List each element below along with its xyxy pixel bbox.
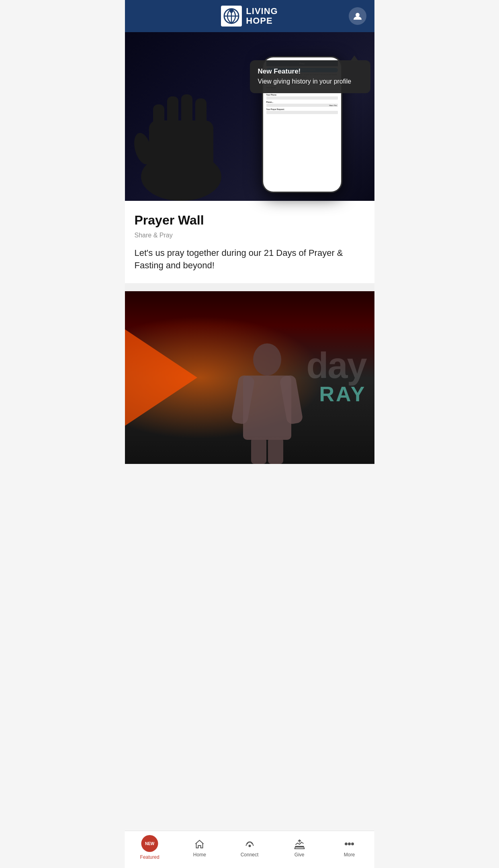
card-text-overlay: day RAY [306, 349, 366, 406]
logo-text: LIVING HOPE [246, 6, 278, 26]
card-sub-text: RAY [306, 382, 366, 406]
phone-field4-label: Please... [266, 101, 338, 103]
second-card[interactable]: day RAY [125, 291, 374, 464]
svg-rect-11 [181, 94, 192, 131]
logo: LIVING HOPE [221, 6, 278, 27]
svg-rect-12 [195, 98, 207, 133]
section-divider [125, 283, 374, 291]
hand-phone-area [125, 48, 245, 201]
hand-svg [125, 48, 245, 201]
profile-icon [352, 11, 363, 21]
content-subtitle: Share & Pray [135, 232, 365, 239]
svg-rect-10 [167, 96, 178, 133]
svg-rect-19 [268, 438, 283, 464]
content-title: Prayer Wall [135, 213, 365, 228]
tooltip-title: New Feature! [258, 67, 362, 76]
feature-tooltip: New Feature! View giving history in your… [250, 60, 370, 93]
svg-point-14 [253, 343, 281, 376]
svg-rect-18 [251, 438, 266, 464]
svg-rect-9 [153, 104, 164, 137]
profile-button[interactable] [349, 7, 366, 25]
phone-share-button: Share This [266, 104, 338, 107]
content-description: Let's us pray together during our 21 Day… [135, 247, 365, 272]
phone-field3-input [266, 96, 338, 100]
play-arrow-icon [125, 329, 197, 426]
hero-image: Pray ✉ SHARE YOUR PRAYER REQUEST You may… [125, 32, 374, 201]
phone-field5-input [266, 111, 338, 114]
svg-point-6 [356, 13, 360, 17]
card-image: day RAY [125, 291, 374, 464]
phone-field5-label: Your Prayer Request: [266, 108, 338, 110]
bottom-spacer [125, 464, 374, 504]
tooltip-body: View giving history in your profile [258, 77, 362, 86]
content-section: Prayer Wall Share & Pray Let's us pray t… [125, 201, 374, 283]
hero-section: Pray ✉ SHARE YOUR PRAYER REQUEST You may… [125, 32, 374, 201]
app-header: LIVING HOPE [125, 0, 374, 32]
logo-icon [221, 6, 242, 27]
person-silhouette [223, 335, 311, 464]
phone-field3-label: Your Phone: [266, 94, 338, 96]
card-big-text: day [306, 349, 366, 382]
